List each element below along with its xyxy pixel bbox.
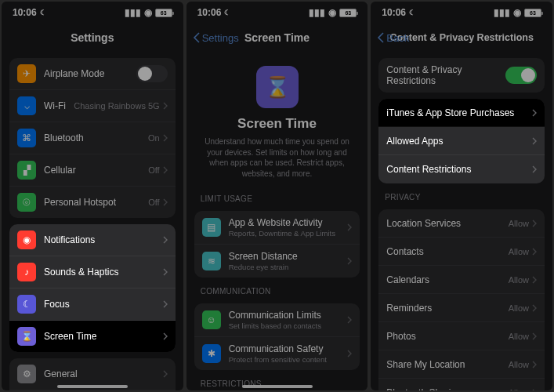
settings-group-focus: ◉ Notifications ♪ Sounds & Haptics ☾ Foc… xyxy=(9,224,176,352)
general-icon: ⚙ xyxy=(17,365,36,383)
hourglass-icon: ⌛ xyxy=(256,66,299,108)
screen-time-icon: ⌛ xyxy=(17,327,36,346)
comm-safety-icon: ✱ xyxy=(202,344,221,363)
row-sounds[interactable]: ♪ Sounds & Haptics xyxy=(9,256,176,289)
activity-icon: ▤ xyxy=(202,218,221,237)
wifi-icon: ◉ xyxy=(144,7,152,18)
cpr-toggle[interactable] xyxy=(505,67,537,84)
section-limit-usage: LIMIT USAGE xyxy=(186,191,368,205)
chevron-right-icon xyxy=(163,102,168,110)
nav-title: Content & Privacy Restrictions xyxy=(389,32,533,43)
chevron-right-icon xyxy=(347,223,352,231)
chevron-right-icon xyxy=(347,257,352,265)
screen-time-screen: 10:06 ☾ ▮▮▮◉63 Settings Screen Time ⌛ Sc… xyxy=(186,2,368,390)
nav-title: Screen Time xyxy=(244,31,310,44)
status-time: 10:06 xyxy=(13,7,37,18)
row-notifications[interactable]: ◉ Notifications xyxy=(9,224,176,256)
row-comm-limits[interactable]: ☺Communication LimitsSet limits based on… xyxy=(194,303,360,337)
chevron-right-icon xyxy=(347,350,352,358)
dnd-moon-icon: ☾ xyxy=(40,9,46,16)
hotspot-icon: ⦾ xyxy=(17,193,36,212)
nav-bar: Back Content & Privacy Restrictions xyxy=(371,24,552,52)
group-communication: ☺Communication LimitsSet limits based on… xyxy=(194,303,360,370)
chevron-right-icon xyxy=(163,236,168,244)
row-itunes-purchases[interactable]: iTunes & App Store Purchases xyxy=(378,99,545,127)
chevron-right-icon xyxy=(163,332,168,340)
row-app-activity[interactable]: ▤App & Website ActivityReports, Downtime… xyxy=(194,211,360,245)
cellular-icon: ▞ xyxy=(17,161,36,180)
wifi-settings-icon: ⌵ xyxy=(17,96,36,115)
back-button[interactable]: Settings xyxy=(193,32,239,44)
settings-group-network: ✈ Airplane Mode ⌵ Wi-Fi Chasing Rainbows… xyxy=(9,58,176,218)
status-bar: 10:06 ☾ ▮▮▮◉63 xyxy=(186,2,368,24)
chevron-right-icon xyxy=(163,166,168,174)
section-privacy: PRIVACY xyxy=(371,190,552,203)
chevron-right-icon xyxy=(532,165,537,173)
row-share-location[interactable]: Share My LocationAllow xyxy=(378,350,545,379)
airplane-icon: ✈ xyxy=(17,64,36,83)
row-cellular[interactable]: ▞ Cellular Off xyxy=(9,154,176,187)
airplane-toggle[interactable] xyxy=(136,65,168,82)
settings-screen: 10:06 ☾ ▮▮▮ ◉ 63 Settings ✈ Airplane Mod… xyxy=(2,2,183,390)
group-limit-usage: ▤App & Website ActivityReports, Downtime… xyxy=(194,211,360,278)
bluetooth-icon: ⌘ xyxy=(17,129,36,147)
chevron-right-icon xyxy=(532,137,537,145)
wifi-icon: ◉ xyxy=(513,7,521,18)
home-indicator[interactable] xyxy=(57,385,128,388)
row-hotspot[interactable]: ⦾ Personal Hotspot Off xyxy=(9,187,176,218)
hero-title: Screen Time xyxy=(202,116,353,132)
signal-icon: ▮▮▮ xyxy=(309,7,325,18)
content-privacy-screen: 10:06 ☾ ▮▮▮◉63 Back Content & Privacy Re… xyxy=(371,2,552,390)
comm-limits-icon: ☺ xyxy=(202,310,221,329)
chevron-right-icon xyxy=(347,316,352,324)
row-location[interactable]: Location ServicesAllow xyxy=(378,209,545,238)
dnd-moon-icon: ☾ xyxy=(409,9,415,16)
dnd-moon-icon: ☾ xyxy=(224,9,230,16)
sounds-icon: ♪ xyxy=(17,263,36,281)
group-master-toggle: Content & Privacy Restrictions xyxy=(378,58,545,93)
row-wifi[interactable]: ⌵ Wi-Fi Chasing Rainbows 5G xyxy=(9,90,176,122)
chevron-right-icon xyxy=(532,361,537,368)
chevron-right-icon xyxy=(532,389,537,391)
row-cpr-toggle[interactable]: Content & Privacy Restrictions xyxy=(378,58,545,93)
home-indicator[interactable] xyxy=(242,385,313,388)
chevron-right-icon xyxy=(532,248,537,256)
chevron-right-icon xyxy=(532,304,537,312)
row-reminders[interactable]: RemindersAllow xyxy=(378,294,545,322)
row-contacts[interactable]: ContactsAllow xyxy=(378,238,545,266)
status-bar: 10:06 ☾ ▮▮▮ ◉ 63 xyxy=(2,2,183,24)
back-button[interactable]: Back xyxy=(377,32,409,44)
row-bluetooth[interactable]: ⌘ Bluetooth On xyxy=(9,122,176,154)
nav-bar: Settings xyxy=(2,24,183,52)
chevron-right-icon xyxy=(532,276,537,284)
chevron-right-icon xyxy=(163,198,168,206)
group-restrict-items: iTunes & App Store Purchases Allowed App… xyxy=(378,99,545,183)
chevron-right-icon xyxy=(532,332,537,340)
focus-icon: ☾ xyxy=(17,295,36,314)
nav-title: Settings xyxy=(71,31,114,44)
row-comm-safety[interactable]: ✱Communication SafetyProtect from sensit… xyxy=(194,337,360,370)
status-bar: 10:06 ☾ ▮▮▮◉63 xyxy=(371,2,552,24)
signal-icon: ▮▮▮ xyxy=(494,7,510,18)
row-screen-distance[interactable]: ≋Screen DistanceReduce eye strain xyxy=(194,245,360,278)
battery-icon: 63 xyxy=(339,9,357,17)
row-airplane-mode[interactable]: ✈ Airplane Mode xyxy=(9,58,176,90)
chevron-right-icon xyxy=(163,370,168,378)
row-calendars[interactable]: CalendarsAllow xyxy=(378,266,545,294)
row-bluetooth-sharing[interactable]: Bluetooth SharingAllow xyxy=(378,379,545,390)
nav-bar: Settings Screen Time xyxy=(186,24,368,52)
chevron-right-icon xyxy=(163,134,168,142)
distance-icon: ≋ xyxy=(202,252,221,270)
row-content-restrictions[interactable]: Content Restrictions xyxy=(378,155,545,183)
status-time: 10:06 xyxy=(197,7,222,18)
status-time: 10:06 xyxy=(382,7,406,18)
chevron-right-icon xyxy=(163,268,168,276)
row-focus[interactable]: ☾ Focus xyxy=(9,289,176,321)
screen-time-hero: ⌛ Screen Time Understand how much time y… xyxy=(186,52,368,187)
row-screen-time[interactable]: ⌛ Screen Time xyxy=(9,321,176,352)
section-communication: COMMUNICATION xyxy=(186,284,368,297)
row-photos[interactable]: PhotosAllow xyxy=(378,322,545,350)
row-allowed-apps[interactable]: Allowed Apps xyxy=(378,127,545,155)
chevron-right-icon xyxy=(532,109,537,117)
battery-icon: 63 xyxy=(155,9,172,17)
